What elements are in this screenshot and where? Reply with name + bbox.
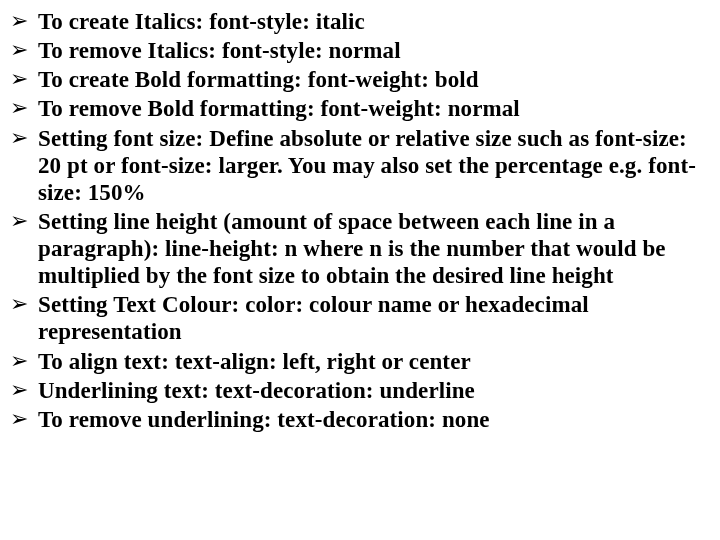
list-item-text: Setting font size: Define absolute or re… [38,126,696,205]
chevron-right-icon: ➢ [10,406,28,432]
chevron-right-icon: ➢ [10,8,28,34]
list-item-text: Setting line height (amount of space bet… [38,209,666,288]
list-item: ➢Setting Text Colour: color: colour name… [8,291,706,345]
chevron-right-icon: ➢ [10,125,28,151]
list-item: ➢Setting line height (amount of space be… [8,208,706,289]
document-page: ➢To create Italics: font-style: italic➢T… [0,0,720,443]
list-item-text: To remove Italics: font-style: normal [38,38,401,63]
chevron-right-icon: ➢ [10,95,28,121]
list-item-text: To create Bold formatting: font-weight: … [38,67,479,92]
list-item-text: To remove underlining: text-decoration: … [38,407,490,432]
list-item: ➢To remove underlining: text-decoration:… [8,406,706,433]
list-item: ➢To remove Bold formatting: font-weight:… [8,95,706,122]
chevron-right-icon: ➢ [10,291,28,317]
list-item-text: To remove Bold formatting: font-weight: … [38,96,520,121]
list-item-text: To create Italics: font-style: italic [38,9,365,34]
list-item: ➢Underlining text: text-decoration: unde… [8,377,706,404]
chevron-right-icon: ➢ [10,377,28,403]
list-item: ➢To align text: text-align: left, right … [8,348,706,375]
list-item: ➢Setting font size: Define absolute or r… [8,125,706,206]
list-item-text: To align text: text-align: left, right o… [38,349,471,374]
chevron-right-icon: ➢ [10,208,28,234]
list-item-text: Setting Text Colour: color: colour name … [38,292,589,344]
chevron-right-icon: ➢ [10,348,28,374]
bullet-list: ➢To create Italics: font-style: italic➢T… [8,8,706,433]
chevron-right-icon: ➢ [10,66,28,92]
chevron-right-icon: ➢ [10,37,28,63]
list-item: ➢To create Bold formatting: font-weight:… [8,66,706,93]
list-item: ➢To remove Italics: font-style: normal [8,37,706,64]
list-item: ➢To create Italics: font-style: italic [8,8,706,35]
list-item-text: Underlining text: text-decoration: under… [38,378,475,403]
